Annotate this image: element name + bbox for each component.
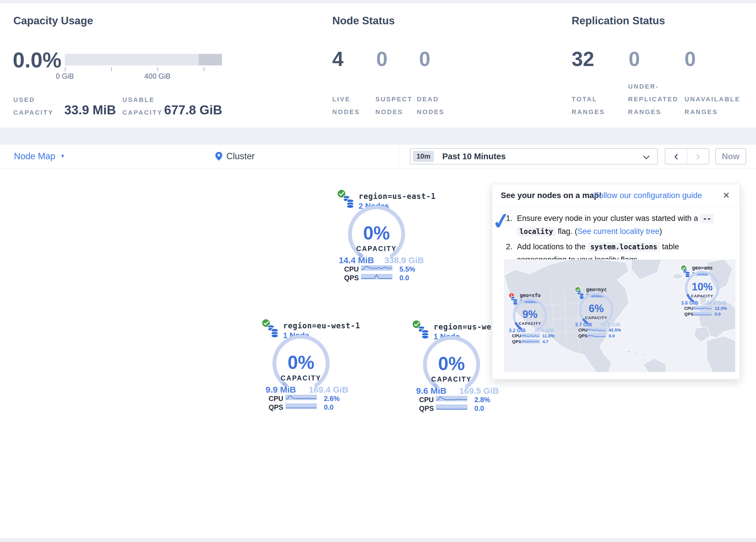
axis-tick [111,67,112,71]
time-range-dropdown[interactable]: 10m Past 10 Minutes [410,148,658,164]
usable-capacity-value: 677.8 GiB [164,103,222,117]
breadcrumb-cluster: Cluster [226,144,255,168]
world-map-thumbnail: 1 geo=sfo 2 Nodes 9% CAPACITY 3.2 GiB 35… [504,259,735,372]
cpu-sparkline [693,306,712,310]
capacity-label: CAPACITY [343,245,410,253]
cpu-sparkline [285,395,317,400]
qps-label: QPS [684,312,693,317]
cpu-label: CPU [512,333,521,338]
axis-tick [204,67,204,71]
popup-title: See your nodes on a map! [501,184,602,207]
region-title: region=us-east-1 [359,192,436,201]
code-chip-locality-flag: locality [517,227,556,236]
cpu-value: 5.5% [399,265,415,273]
usable-capacity-label: USABLE CAPACITY [122,93,163,119]
chevron-down-icon[interactable]: ▼ [60,144,65,168]
capacity-label: CAPACITY [268,374,334,382]
used-capacity: 9.9 MiB [255,385,307,395]
qps-label: QPS [344,274,359,282]
time-step-buttons: ‹ › [665,148,709,164]
axis-label-400: 400 GiB [134,72,181,80]
cluster-summary-panel: Capacity Usage 0.0% 0 GiB 400 GiB USED C… [0,3,756,128]
qps-sparkline [361,274,392,280]
total-ranges-label: TOTAL RANGES [572,93,605,118]
dead-nodes-label: DEAD NODES [417,93,445,118]
setup-step-1: 1.Ensure every node in your cluster was … [505,212,730,238]
region-title: region=eu-west-1 [283,322,360,330]
locality-tree-link[interactable]: See current locality tree [577,227,660,236]
qps-label: QPS [269,403,283,412]
capacity-label: CAPACITY [418,376,485,383]
qps-value: 0.0 [324,403,333,412]
used-capacity-label: USED CAPACITY [13,93,54,119]
capacity-label: CAPACITY [576,316,616,320]
time-step-back-button[interactable]: ‹ [665,149,687,164]
chevron-down-icon [643,153,650,159]
close-icon[interactable]: ✕ [723,184,730,207]
popup-header: See your nodes on a map! Follow our conf… [492,184,740,207]
qps-value: 0.0 [609,333,615,338]
cpu-label: CPU [578,328,588,333]
qps-sparkline [588,334,606,338]
live-nodes-label: LIVE NODES [332,93,360,118]
time-range-badge: 10m [413,151,434,162]
qps-value: 0.0 [399,274,409,282]
capacity-percent: 0% [343,222,410,244]
cpu-value: 2.8% [474,396,490,404]
total-capacity: 34.4 GiB [700,300,732,306]
cpu-value: 11.0% [542,333,555,338]
total-capacity: 35.1 GiB [528,328,560,334]
time-range-label: Past 10 Minutes [442,149,506,164]
cpu-sparkline [588,328,606,332]
replication-status-title: Replication Status [572,15,665,27]
capacity-label: CAPACITY [682,294,722,298]
used-capacity: 9.6 MiB [405,386,457,396]
capacity-label: CAPACITY [510,322,550,326]
cpu-label: CPU [684,306,693,311]
toolbar-divider [399,144,399,168]
cpu-label: CPU [344,265,359,273]
now-button[interactable]: Now [715,148,746,164]
dead-nodes-value: 0 [419,49,430,69]
unavailable-label: UNAVAILABLE RANGES [685,93,740,118]
qps-sparkline [436,405,467,410]
capacity-percent: 6% [576,303,616,315]
under-replicated-value: 0 [629,49,640,69]
capacity-percent: 0% [418,353,485,374]
total-ranges-value: 32 [572,49,594,69]
capacity-bar-reserved-segment [199,54,222,65]
qps-label: QPS [512,339,521,344]
qps-value: 0.0 [715,312,721,317]
cpu-sparkline [436,396,467,401]
live-nodes-value: 4 [332,49,344,69]
bottom-strip [0,538,756,542]
cpu-label: CPU [419,396,434,404]
axis-tick [157,67,158,71]
code-chip-system-locations: system.locations [588,242,660,251]
capacity-percent: 0% [268,352,334,373]
view-toolbar: Node Map ▼ Cluster 10m Past 10 Minutes ‹… [0,144,756,168]
unavailable-value: 0 [685,49,696,69]
qps-value: 0.0 [474,405,484,413]
configuration-guide-link[interactable]: Follow our configuration guide [594,184,702,207]
total-capacity: 169.4 GiB [302,385,355,395]
qps-sparkline [693,312,712,316]
used-capacity-value: 33.9 MiB [64,103,116,117]
time-step-forward-button[interactable]: › [687,149,709,164]
view-selector-dropdown[interactable]: Node Map [14,144,55,168]
qps-value: 4.7 [542,339,548,344]
cpu-sparkline [361,265,392,271]
capacity-percent: 9% [510,308,550,321]
capacity-percent: 0.0% [13,49,62,71]
total-capacity: 338.9 GiB [378,255,430,265]
total-capacity: 169.5 GiB [453,386,505,396]
qps-sparkline [285,403,317,409]
code-chip-locality-flag: -- [700,214,714,223]
qps-label: QPS [578,333,588,338]
suspect-nodes-value: 0 [376,49,388,69]
cpu-value: 12.3% [715,306,727,311]
suspect-nodes-label: SUSPECT NODES [375,93,412,118]
axis-label-0: 0 GiB [42,72,88,80]
qps-label: QPS [419,405,434,413]
capacity-percent: 10% [682,281,722,293]
